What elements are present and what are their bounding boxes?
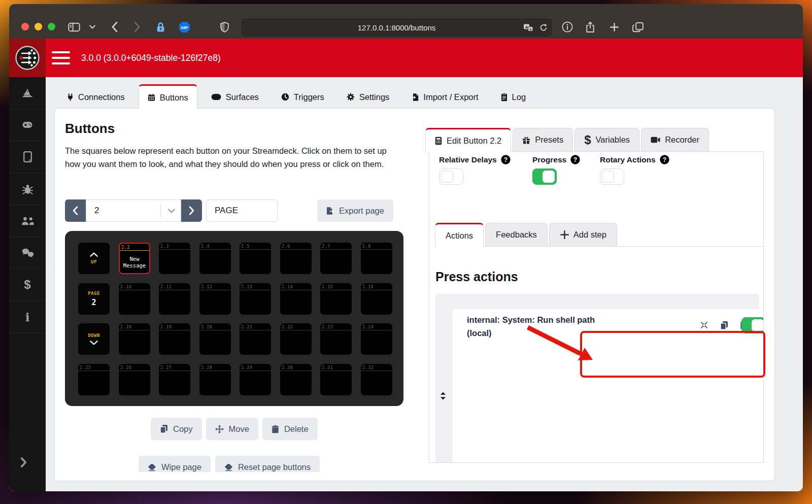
grid-button-2.7[interactable]: 2.7 [320,243,352,274]
grid-nav-down[interactable]: DOWN [78,323,110,355]
sidebar-item-tablet[interactable] [9,141,46,173]
trash-icon [272,425,279,433]
sidebar-item-gamepad[interactable] [9,109,46,141]
page-name-input[interactable]: PAGE [206,199,278,222]
forward-icon[interactable] [134,21,140,33]
prev-page-button[interactable] [65,199,86,222]
close-window-button[interactable] [21,23,29,30]
grid-button-2.19[interactable]: 2.19 [159,323,190,355]
grid-button-2.11[interactable]: 2.11 [159,283,190,315]
button-label: Wipe page [161,462,201,472]
page-number-field[interactable]: 2 [86,199,181,222]
address-bar[interactable]: 127.0.0.1:8000/buttons Aa [240,17,553,38]
expand-sidebar-button[interactable] [20,457,27,467]
shield-icon[interactable] [220,21,229,33]
grid-button-2.24[interactable]: 2.24 [361,323,392,355]
translate-icon[interactable]: Aa [523,23,533,32]
tab-surfaces[interactable]: Surfaces [202,84,267,108]
grid-button-2.13[interactable]: 2.13 [240,283,271,315]
grid-button-2.6[interactable]: 2.6 [280,243,312,274]
grid-nav-up[interactable]: UP [78,243,110,274]
sidebar-item-users[interactable] [9,205,46,237]
tab-connections[interactable]: Connections [58,84,133,108]
action-list: internal: System: Run shell path (local)… [435,294,759,463]
step-tab-actions[interactable]: Actions [435,223,484,247]
share-icon[interactable] [586,21,595,33]
copy-icon[interactable] [720,321,728,330]
tab-import-export[interactable]: Import / Export [403,84,487,108]
panel-tab-presets[interactable]: Presets [513,128,573,151]
grid-button-2.18[interactable]: 2.18 [119,323,150,355]
grid-button-2.14[interactable]: 2.14 [280,283,312,315]
panel-tab-edit-button-2-2[interactable]: Edit Button 2.2 [425,128,511,152]
grid-nav-page[interactable]: PAGE2 [78,283,110,315]
lock-icon[interactable] [156,21,165,33]
export-page-button[interactable]: Export page [317,199,393,222]
action-enabled-toggle[interactable] [741,317,764,333]
grid-button-2.4[interactable]: 2.4 [199,243,231,274]
minimize-window-button[interactable] [35,23,42,30]
panel-tab-variables[interactable]: $Variables [574,128,639,151]
grid-button-2.20[interactable]: 2.20 [199,323,231,355]
grid-button-2.2[interactable]: 2.2New Message [119,243,150,274]
hamburger-menu-icon[interactable] [52,51,70,64]
sidebar-toggle-icon[interactable] [68,21,80,33]
gift-icon [522,136,530,144]
grid-button-2.23[interactable]: 2.23 [320,323,352,355]
sidebar-item-wizard-hat[interactable] [9,77,46,109]
reload-icon[interactable] [539,23,548,32]
grid-button-2.32[interactable]: 2.32 [361,364,392,395]
grid-button-number: 2.2 [121,245,130,250]
grid-button-2.28[interactable]: 2.28 [199,364,231,395]
grid-button-2.25[interactable]: 2.25 [78,364,110,395]
grid-button-2.27[interactable]: 2.27 [159,364,190,395]
move-button[interactable]: Move [206,418,258,440]
option-toggle[interactable] [600,169,624,185]
grid-button-2.26[interactable]: 2.26 [119,364,150,395]
viewport-clip [55,472,433,481]
grid-button-2.31[interactable]: 2.31 [320,364,352,395]
sidebar-item-info-letter[interactable]: i [9,301,46,333]
zoom-window-button[interactable] [48,23,55,30]
info-icon[interactable] [562,21,573,33]
option-toggle[interactable] [532,169,557,185]
help-icon[interactable]: ? [501,155,511,164]
plus-icon[interactable] [610,21,619,33]
tab-log[interactable]: Log [492,84,535,108]
back-icon[interactable] [112,21,118,33]
grid-button-2.15[interactable]: 2.15 [320,283,352,315]
step-tab-add-step[interactable]: Add step [549,223,617,246]
sidebar-item-bug[interactable] [9,173,46,205]
copy-button[interactable]: Copy [151,418,202,440]
help-icon[interactable]: ? [570,155,580,164]
chevron-down-icon[interactable] [89,21,95,33]
grid-button-2.30[interactable]: 2.30 [280,364,312,395]
sidebar-item-comments[interactable] [9,237,46,269]
tab-triggers[interactable]: Triggers [273,84,333,108]
tabs-icon[interactable] [632,21,644,33]
tab-buttons[interactable]: Buttons [139,84,197,109]
page-dropdown-button[interactable] [162,200,181,221]
grid-button-2.29[interactable]: 2.29 [240,364,271,395]
drag-handle[interactable] [440,392,446,400]
grid-button-2.3[interactable]: 2.3 [159,243,190,274]
grid-button-2.8[interactable]: 2.8 [361,243,392,274]
next-page-button[interactable] [181,199,202,222]
grid-button-number: 2.30 [282,365,293,370]
abp-icon[interactable]: ABP [179,21,190,33]
option-toggle[interactable] [439,169,463,185]
help-icon[interactable]: ? [660,155,669,164]
tab-settings[interactable]: Settings [338,84,398,108]
panel-tab-recorder[interactable]: Recorder [641,128,709,151]
delete-button[interactable]: Delete [262,418,318,440]
grid-button-2.22[interactable]: 2.22 [280,323,312,355]
compress-icon[interactable] [700,321,708,329]
sidebar-item-dollar[interactable]: $ [9,269,46,301]
grid-button-2.5[interactable]: 2.5 [240,243,271,274]
grid-button-2.21[interactable]: 2.21 [240,323,271,355]
grid-button-number: 2.18 [120,324,131,329]
step-tab-feedbacks[interactable]: Feedbacks [485,223,548,246]
grid-button-2.10[interactable]: 2.10 [119,283,150,315]
grid-button-2.16[interactable]: 2.16 [361,283,392,315]
grid-button-2.12[interactable]: 2.12 [199,283,231,315]
